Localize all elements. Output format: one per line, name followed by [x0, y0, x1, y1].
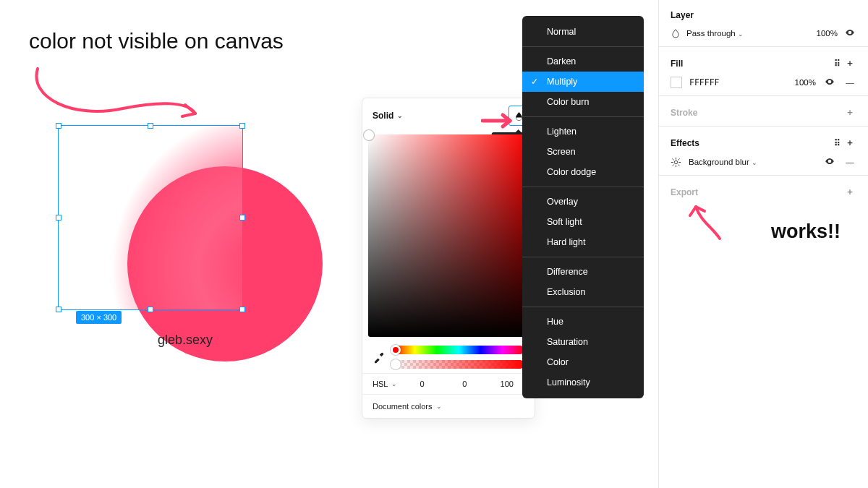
blend-mode-option[interactable]: Screen — [522, 142, 644, 162]
resize-handle[interactable] — [148, 123, 153, 129]
svg-point-1 — [674, 160, 677, 163]
styles-icon[interactable]: ⠿ — [830, 59, 843, 69]
styles-icon[interactable]: ⠿ — [830, 138, 843, 148]
resize-handle[interactable] — [56, 215, 61, 221]
blend-mode-option[interactable]: Lighten — [522, 121, 644, 142]
menu-separator — [522, 187, 644, 187]
arrow-blend-to-menu — [481, 112, 517, 129]
eye-icon[interactable] — [823, 77, 836, 88]
hsl-s-value[interactable]: 0 — [447, 380, 482, 388]
resize-handle[interactable] — [239, 307, 245, 312]
blend-mode-menu: NormalDarkenMultiplyColor burnLightenScr… — [522, 16, 644, 398]
chevron-down-icon: ⌄ — [738, 30, 744, 38]
blend-mode-option[interactable]: Color burn — [522, 92, 644, 112]
chevron-down-icon: ⌄ — [752, 159, 757, 166]
plus-icon[interactable]: ＋ — [843, 57, 856, 69]
fill-section-title: Fill — [671, 59, 683, 69]
layer-section-title: Layer — [671, 10, 694, 20]
effect-type-dropdown[interactable]: Background blur ⌄ — [689, 158, 757, 166]
droplet-outline-icon — [671, 28, 681, 38]
menu-separator — [522, 307, 644, 307]
plus-icon[interactable]: ＋ — [843, 106, 856, 119]
fill-section: Fill ⠿ ＋ FFFFFF 100% — — [659, 47, 868, 96]
sun-icon[interactable] — [671, 157, 681, 168]
menu-separator — [522, 257, 644, 257]
blend-mode-option[interactable]: Multiply — [522, 72, 644, 92]
blend-mode-option[interactable]: Darken — [522, 51, 644, 72]
blend-mode-option[interactable]: Difference — [522, 262, 644, 282]
eye-icon[interactable] — [843, 27, 856, 39]
color-model-dropdown[interactable]: HSL ⌄ — [373, 380, 397, 388]
annotation-not-visible: color not visible on canvas — [29, 29, 284, 53]
canvas-area: color not visible on canvas 300 × 300 gl… — [0, 0, 354, 488]
chevron-down-icon: ⌄ — [397, 112, 403, 119]
effects-section-title: Effects — [671, 138, 699, 148]
layer-opacity-value[interactable]: 100% — [817, 29, 838, 38]
hsl-l-value[interactable]: 100 — [489, 380, 524, 388]
layer-blend-dropdown[interactable]: Pass through ⌄ — [686, 29, 744, 38]
blend-mode-option[interactable]: Soft light — [522, 212, 644, 232]
blend-mode-option[interactable]: Hard light — [522, 232, 644, 252]
chevron-down-icon: ⌄ — [436, 403, 442, 410]
effects-section: Effects ⠿ ＋ Background blur ⌄ — [659, 127, 868, 176]
fill-type-dropdown[interactable]: Solid ⌄ — [373, 111, 403, 121]
alpha-slider[interactable] — [393, 360, 524, 369]
plus-icon[interactable]: ＋ — [843, 137, 856, 149]
plus-icon[interactable]: ＋ — [843, 186, 856, 198]
fill-opacity-value[interactable]: 100% — [795, 78, 816, 87]
svg-line-7 — [678, 164, 679, 165]
watermark: gleb.sexy — [158, 333, 213, 348]
resize-handle[interactable] — [148, 307, 153, 312]
blend-mode-option[interactable]: Normal — [522, 22, 644, 42]
fill-type-label: Solid — [373, 111, 393, 121]
blend-mode-option[interactable]: Saturation — [522, 332, 644, 352]
eye-icon[interactable] — [823, 156, 836, 168]
svg-line-6 — [673, 158, 673, 159]
selection-rect[interactable] — [58, 125, 243, 310]
menu-separator — [522, 116, 644, 117]
fill-hex-value[interactable]: FFFFFF — [689, 77, 720, 87]
background-blur-preview — [59, 126, 242, 309]
svg-line-9 — [678, 158, 679, 159]
blend-mode-option[interactable]: Color dodge — [522, 162, 644, 182]
document-colors-dropdown[interactable]: Document colors ⌄ — [362, 394, 535, 414]
alpha-handle[interactable] — [391, 359, 401, 369]
selection-size-badge: 300 × 300 — [76, 311, 122, 324]
resize-handle[interactable] — [239, 215, 245, 221]
annotation-works: works!! — [771, 221, 841, 243]
hsl-h-value[interactable]: 0 — [404, 380, 440, 388]
svg-line-8 — [673, 164, 673, 165]
resize-handle[interactable] — [56, 307, 61, 312]
hue-slider[interactable] — [393, 346, 524, 354]
blend-mode-option[interactable]: Luminosity — [522, 372, 644, 393]
saturation-value-box[interactable] — [368, 134, 529, 337]
resize-handle[interactable] — [56, 123, 61, 129]
color-picker-panel: Solid ⌄ Blend mode HSL ⌄ — [362, 98, 535, 419]
blend-mode-option[interactable]: Overlay — [522, 192, 644, 212]
eyedropper-icon[interactable] — [373, 351, 386, 364]
sv-handle[interactable] — [364, 130, 374, 140]
minus-icon[interactable]: — — [843, 158, 856, 166]
stroke-section: Stroke ＋ — [659, 96, 868, 127]
layer-section: Layer Pass through ⌄ 100% — [659, 0, 868, 47]
resize-handle[interactable] — [239, 123, 245, 129]
blend-mode-option[interactable]: Color — [522, 352, 644, 372]
chevron-down-icon: ⌄ — [391, 380, 397, 388]
blend-mode-option[interactable]: Exclusion — [522, 282, 644, 302]
hue-handle[interactable] — [391, 345, 401, 355]
document-colors-label: Document colors — [373, 402, 433, 411]
fill-swatch[interactable] — [671, 77, 682, 88]
arrow-curly-top — [29, 61, 203, 134]
blend-mode-option[interactable]: Hue — [522, 312, 644, 332]
menu-separator — [522, 46, 644, 47]
minus-icon[interactable]: — — [843, 78, 856, 87]
stroke-section-title: Stroke — [671, 108, 697, 118]
arrow-works — [680, 195, 731, 246]
color-model-label: HSL — [373, 380, 388, 388]
